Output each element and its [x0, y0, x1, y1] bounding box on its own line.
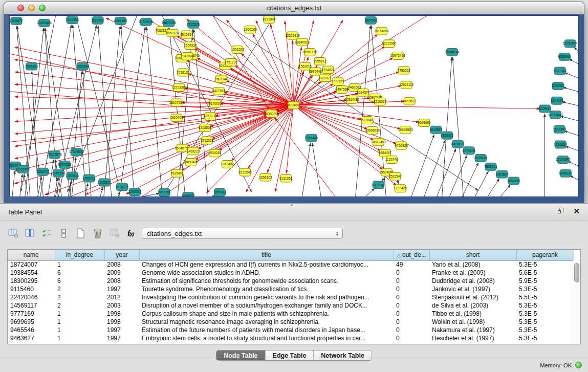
network-node[interactable]: 2065101 — [25, 62, 38, 70]
network-node[interactable]: 9245032 — [182, 192, 195, 196]
column-header-title[interactable]: title — [139, 250, 394, 260]
table-cell[interactable]: 5.3E-5 — [516, 310, 574, 318]
table-cell[interactable]: 0 — [394, 285, 429, 293]
function-builder-icon[interactable]: f(x) — [127, 229, 134, 237]
table-cell[interactable]: 22420046 — [8, 293, 55, 301]
network-node[interactable]: 9777169 — [331, 78, 344, 85]
network-node[interactable]: 16961758 — [302, 49, 317, 56]
network-node[interactable]: 12213967 — [382, 40, 397, 48]
table-cell[interactable]: 1 — [55, 334, 104, 342]
network-node[interactable]: 18107534 — [169, 99, 184, 106]
table-cell[interactable]: 9777169 — [8, 310, 55, 318]
new-table-icon[interactable] — [74, 227, 88, 240]
network-node[interactable]: 6497568 — [335, 86, 349, 94]
network-node[interactable]: 9131058 — [279, 174, 293, 182]
network-node[interactable]: 15751074 — [563, 40, 578, 48]
network-node[interactable]: 1061025 — [231, 46, 245, 54]
table-cell[interactable]: 5.9E-5 — [516, 277, 574, 285]
close-button[interactable] — [17, 5, 24, 11]
network-node[interactable]: 16210643 — [548, 111, 563, 119]
network-node[interactable]: 2342004 — [181, 52, 194, 60]
network-node[interactable]: 14671355 — [162, 19, 177, 27]
network-node[interactable]: 8427552 — [212, 87, 226, 95]
table-row[interactable]: 946554611997Estimation of the future num… — [8, 326, 574, 334]
network-node[interactable]: 1515445 — [305, 134, 318, 142]
network-node[interactable]: 9699695 — [418, 119, 431, 127]
network-node[interactable]: 1092450 — [507, 177, 520, 185]
network-node[interactable]: 8215953 — [538, 105, 552, 113]
table-cell[interactable]: de Silva et al. (2003) — [429, 301, 516, 310]
column-header-year[interactable]: year — [104, 250, 139, 260]
table-cell[interactable]: Changes of HCN gene expression and I(f) … — [139, 260, 394, 269]
table-cell[interactable]: 18724007 — [8, 260, 55, 269]
network-node[interactable]: 8139545 — [239, 168, 252, 176]
table-row[interactable]: 1938455462009Genome-wide association stu… — [8, 269, 574, 277]
table-cell[interactable]: Hescheler et al. (1997) — [429, 334, 516, 342]
network-node[interactable]: 1069482 — [221, 160, 234, 168]
table-cell[interactable]: 5.3E-5 — [516, 334, 574, 342]
table-row[interactable]: 946362711997Embryonic stem cells: a mode… — [8, 334, 574, 342]
table-cell[interactable]: 5.6E-5 — [516, 269, 574, 277]
network-node[interactable]: 9463627 — [403, 97, 417, 105]
table-cell[interactable]: Wolkin et al. (1998) — [429, 318, 516, 326]
table-cell[interactable]: 5.3E-5 — [516, 318, 574, 326]
network-node[interactable]: 1821072 — [319, 74, 332, 82]
table-cell[interactable]: 9115460 — [8, 285, 55, 293]
column-header-short[interactable]: short — [429, 250, 516, 260]
network-node[interactable]: 8958923 — [441, 132, 454, 139]
network-node[interactable]: 20364486 — [344, 96, 359, 103]
table-cell[interactable]: 2 — [55, 285, 104, 293]
table-cell[interactable]: Structural magnetic resonance image aver… — [139, 318, 394, 326]
network-node[interactable]: 1210654 — [554, 141, 568, 148]
table-cell[interactable]: 2 — [55, 293, 104, 301]
network-node[interactable]: 1292344 — [128, 188, 142, 196]
table-cell[interactable]: Estimation of the future numbers of pati… — [139, 326, 394, 334]
table-cell[interactable]: 19384554 — [8, 269, 55, 277]
table-scrollbar-thumb[interactable] — [574, 263, 579, 282]
table-cell[interactable]: Dudbridge et al. (2008) — [429, 277, 516, 285]
table-cell[interactable]: 5.5E-5 — [516, 293, 574, 301]
table-cell[interactable]: 2012 — [104, 293, 139, 301]
table-cell[interactable]: Embryonic stem cells: a model to study s… — [139, 334, 394, 342]
window-titlebar[interactable]: citations_edges.txt — [4, 2, 584, 14]
network-node[interactable]: 2405572 — [10, 17, 23, 25]
network-node[interactable]: 9756928 — [395, 142, 408, 149]
table-cell[interactable]: 14569117 — [8, 301, 55, 310]
table-cell[interactable]: 49 — [394, 260, 429, 269]
network-node[interactable]: 1795722 — [82, 174, 96, 182]
table-cell[interactable]: 1997 — [104, 285, 139, 293]
network-node[interactable]: 8990448 — [309, 68, 322, 75]
table-cell[interactable]: Tourette syndrome. Phenomenology and cla… — [139, 285, 394, 293]
network-node[interactable]: 2803144 — [215, 75, 228, 83]
table-cell[interactable]: Genome-wide association studies in ADHD. — [139, 269, 394, 277]
network-node[interactable]: 12106343 — [556, 156, 571, 164]
table-cell[interactable]: 1998 — [104, 318, 139, 326]
table-cell[interactable]: 9463627 — [8, 334, 55, 342]
table-cell[interactable]: 1997 — [104, 334, 139, 342]
network-node[interactable]: 1654336 — [184, 42, 197, 50]
network-node[interactable]: 9170003 — [209, 100, 222, 107]
network-node[interactable]: 2935114 — [474, 155, 487, 162]
minimize-button[interactable] — [28, 5, 35, 11]
splitter-handle[interactable]: ▲ — [290, 204, 294, 207]
network-node[interactable]: 6794027 — [322, 66, 335, 74]
table-cell[interactable]: Estimation of significance thresholds fo… — [139, 277, 394, 285]
table-selector-dropdown[interactable]: citations_edges.txt ▴▾ — [142, 228, 343, 239]
network-node[interactable]: 2887662 — [364, 16, 378, 24]
network-node[interactable]: 15720407 — [360, 117, 375, 124]
table-cell[interactable]: 1 — [55, 310, 104, 318]
network-node[interactable]: 1120746 — [385, 156, 398, 164]
table-cell[interactable]: 0 — [394, 326, 429, 334]
citation-graph[interactable]: 2405572206914062106553152760284661601071… — [10, 16, 578, 196]
network-node[interactable]: 8466160 — [114, 17, 127, 25]
table-cell[interactable]: 9465546 — [8, 326, 55, 334]
network-node[interactable]: 9245012 — [559, 169, 573, 177]
table-cell[interactable]: 0 — [394, 269, 429, 277]
show-column-icon[interactable] — [24, 227, 37, 240]
table-cell[interactable]: Corpus callosum shape and size in male p… — [139, 310, 394, 318]
network-node[interactable]: 1733426 — [394, 185, 407, 192]
table-row[interactable]: 977716911998Corpus callosum shape and si… — [8, 310, 574, 318]
network-node[interactable]: 9329966 — [558, 53, 572, 60]
row-height-icon[interactable] — [57, 227, 71, 240]
column-header-pagerank[interactable]: pagerank — [516, 250, 574, 260]
